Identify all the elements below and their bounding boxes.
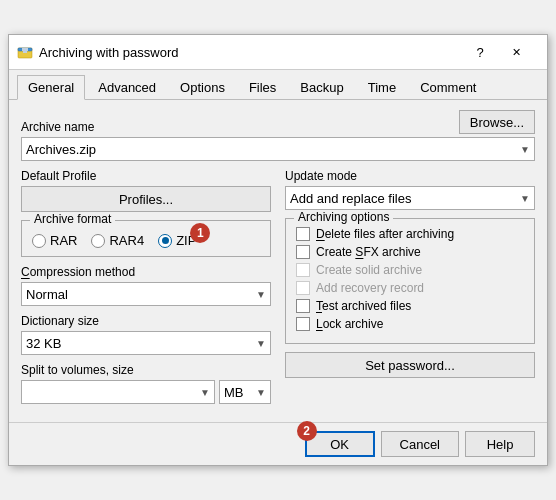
app-icon [17,44,33,60]
option-create-sfx[interactable]: Create SFX archive [296,245,524,259]
tab-general[interactable]: General [17,75,85,100]
close-button[interactable]: ✕ [493,41,539,63]
tab-options[interactable]: Options [169,75,236,100]
checkbox-create-sfx-label: Create SFX archive [316,245,421,259]
update-mode-value: Add and replace files [290,191,411,206]
split-volumes-inputs: ▼ MB ▼ [21,380,271,404]
set-password-button[interactable]: Set password... [285,352,535,378]
set-password-row: Set password... [285,352,535,378]
two-column-section: Default Profile Profiles... Archive form… [21,169,535,412]
tabs-bar: General Advanced Options Files Backup Ti… [9,70,547,100]
update-mode-dropdown[interactable]: Add and replace files ▼ [285,186,535,210]
badge-1: 1 [190,223,210,243]
update-mode-row: Update mode Add and replace files ▼ [285,169,535,210]
option-recovery-record: Add recovery record [296,281,524,295]
title-bar: Archiving with password ? ✕ [9,35,547,70]
option-test-archived[interactable]: Test archived files [296,299,524,313]
radio-zip[interactable]: ZIP 1 [158,233,196,248]
ok-button-container: OK 2 [305,431,375,457]
badge-2: 2 [297,421,317,441]
checkbox-delete-files[interactable] [296,227,310,241]
archiving-options-group: Archiving options Delete files after arc… [285,218,535,344]
checkbox-test-archived[interactable] [296,299,310,313]
archive-name-row: Archive name Browse... Archives.zip ▼ [21,110,535,161]
checkbox-solid-archive-label: Create solid archive [316,263,422,277]
dictionary-size-arrow: ▼ [256,338,266,349]
content-area: Archive name Browse... Archives.zip ▼ De… [9,100,547,422]
checkbox-lock-archive-label: Lock archive [316,317,383,331]
radio-zip-dot [162,237,169,244]
radio-rar-circle [32,234,46,248]
tab-files[interactable]: Files [238,75,287,100]
split-volumes-label: Split to volumes, size [21,363,271,377]
help-icon-titlebar[interactable]: ? [467,41,493,63]
radio-zip-circle [158,234,172,248]
tab-backup[interactable]: Backup [289,75,354,100]
compression-method-value: Normal [26,287,68,302]
compression-method-label: Compression method [21,265,271,279]
archive-format-options: RAR RAR4 ZIP 1 [32,233,260,248]
update-mode-arrow: ▼ [520,193,530,204]
radio-rar4[interactable]: RAR4 [91,233,144,248]
radio-rar4-label: RAR4 [109,233,144,248]
archive-format-label: Archive format [30,212,115,226]
svg-rect-2 [22,48,28,51]
dictionary-size-row: Dictionary size 32 KB ▼ [21,314,271,355]
title-bar-text: Archiving with password [39,45,467,60]
radio-rar4-circle [91,234,105,248]
left-column: Default Profile Profiles... Archive form… [21,169,271,412]
compression-method-arrow: ▼ [256,289,266,300]
radio-rar-label: RAR [50,233,77,248]
dictionary-size-value: 32 KB [26,336,61,351]
compression-method-dropdown[interactable]: Normal ▼ [21,282,271,306]
dialog-window: Archiving with password ? ✕ General Adva… [8,34,548,466]
option-solid-archive: Create solid archive [296,263,524,277]
bottom-buttons: OK 2 Cancel Help [9,422,547,465]
dictionary-size-dropdown[interactable]: 32 KB ▼ [21,331,271,355]
option-delete-files[interactable]: Delete files after archiving [296,227,524,241]
radio-rar[interactable]: RAR [32,233,77,248]
default-profile-row: Default Profile Profiles... [21,169,271,212]
checkbox-test-archived-label: Test archived files [316,299,411,313]
svg-rect-3 [23,51,27,53]
checkbox-lock-archive[interactable] [296,317,310,331]
archiving-options-label: Archiving options [294,210,393,224]
archive-format-group: Archive format RAR RAR4 [21,220,271,257]
split-volumes-unit-arrow: ▼ [256,387,266,398]
split-volumes-unit: MB [224,385,244,400]
archive-name-value: Archives.zip [26,142,96,157]
archive-name-label: Archive name [21,120,94,134]
checkbox-create-sfx[interactable] [296,245,310,259]
split-volumes-arrow: ▼ [200,387,210,398]
dictionary-size-label: Dictionary size [21,314,271,328]
right-column: Update mode Add and replace files ▼ Arch… [285,169,535,412]
profiles-button[interactable]: Profiles... [21,186,271,212]
update-mode-label: Update mode [285,169,535,183]
checkbox-delete-files-label: Delete files after archiving [316,227,454,241]
archive-name-arrow: ▼ [520,144,530,155]
split-volumes-row: Split to volumes, size ▼ MB ▼ [21,363,271,404]
checkbox-recovery-record [296,281,310,295]
option-lock-archive[interactable]: Lock archive [296,317,524,331]
help-button[interactable]: Help [465,431,535,457]
tab-advanced[interactable]: Advanced [87,75,167,100]
cancel-button[interactable]: Cancel [381,431,459,457]
split-volumes-value-dropdown[interactable]: ▼ [21,380,215,404]
default-profile-label: Default Profile [21,169,271,183]
split-volumes-unit-dropdown[interactable]: MB ▼ [219,380,271,404]
compression-method-row: Compression method Normal ▼ [21,265,271,306]
checkbox-solid-archive [296,263,310,277]
tab-comment[interactable]: Comment [409,75,487,100]
checkbox-recovery-record-label: Add recovery record [316,281,424,295]
tab-time[interactable]: Time [357,75,407,100]
archive-name-dropdown[interactable]: Archives.zip ▼ [21,137,535,161]
browse-button[interactable]: Browse... [459,110,535,134]
